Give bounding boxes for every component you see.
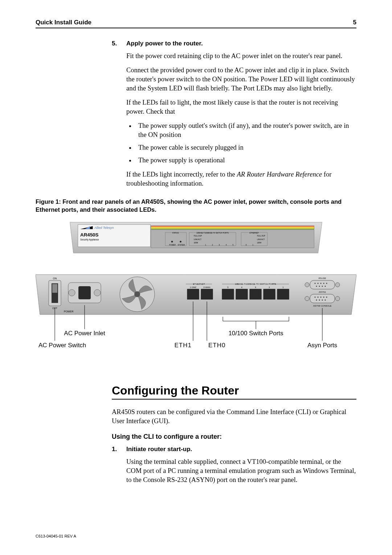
svg-point-48: [316, 300, 317, 301]
status-label: STATUS: [172, 232, 179, 234]
section-title: Configuring the Router: [112, 384, 356, 397]
asyn0-label: ASYN0 CONSOLE: [313, 305, 332, 307]
svg-rect-16: [78, 286, 91, 299]
svg-point-41: [325, 286, 326, 287]
system-label: SYSTEM: [178, 244, 185, 246]
svg-rect-24: [201, 289, 213, 299]
step-1-body: Using the terminal cable supplied, conne…: [112, 457, 356, 485]
footer-docid: C613-04045-01 REV A: [36, 534, 76, 538]
list-item: The power supply outlet's switch (if any…: [135, 121, 356, 139]
power-label: POWER: [169, 244, 176, 246]
svg-point-44: [318, 297, 319, 298]
page-number: 5: [353, 19, 356, 26]
svg-rect-32: [310, 280, 335, 289]
svg-point-8: [180, 241, 181, 243]
callout-asyn-ports: Asyn Ports: [307, 342, 337, 349]
svg-point-43: [315, 297, 316, 298]
eth1-port-label: 1 DMZ: [190, 286, 196, 288]
eth-label: ETHERNET: [193, 283, 205, 285]
figure-1-caption: Figure 1: Front and rear panels of an AR…: [36, 198, 356, 214]
model-label: AR450S: [80, 232, 99, 238]
text: LINK/ACT: [194, 239, 201, 240]
svg-point-35: [320, 283, 322, 284]
svg-rect-28: [236, 289, 248, 299]
reference-title: AR Router Hardware Reference: [237, 171, 322, 178]
text: 5: [233, 244, 234, 246]
svg-point-54: [305, 296, 309, 301]
svg-rect-31: [277, 289, 289, 299]
svg-point-33: [315, 283, 316, 284]
text: FULL DUP: [194, 235, 202, 237]
svg-point-53: [335, 283, 340, 287]
section-rule: [112, 399, 356, 400]
header-title: Quick Install Guide: [36, 19, 91, 26]
step-5-number: 5.: [112, 40, 118, 47]
page-header: Quick Install Guide 5: [36, 19, 356, 28]
step-1-heading: 1. Initiate router start-up.: [112, 446, 356, 453]
front-panel-diagram: Allied Telesyn AR450S Security Appliance…: [36, 219, 356, 259]
callout-eth0: ETH0: [208, 342, 225, 349]
svg-rect-14: [52, 284, 57, 293]
step-5-p2: Connect the provided power cord to the A…: [112, 66, 356, 93]
text: 1: [253, 244, 254, 246]
callout-eth1: ETH1: [175, 342, 192, 349]
svg-point-34: [318, 283, 319, 284]
callout-ac-switch: AC Power Switch: [38, 342, 86, 349]
svg-point-46: [323, 297, 324, 298]
step-1-title: Initiate router start-up.: [126, 446, 192, 453]
text: 3: [219, 244, 220, 246]
callout-switch-ports: 10/100 Switch Ports: [228, 330, 283, 337]
svg-rect-4: [151, 226, 314, 230]
switch-ports-label: 10BASE-T/100BASE-TX SWITCH PORTS: [196, 232, 229, 234]
svg-point-45: [320, 297, 322, 298]
ethernet-label: ETHERNET: [250, 232, 259, 234]
svg-point-47: [326, 297, 327, 298]
cli-subhead: Using the CLI to configure a router:: [112, 433, 356, 441]
svg-point-50: [322, 300, 323, 301]
brand-label: Allied Telesyn: [94, 226, 114, 230]
text: 4: [226, 244, 227, 246]
callout-ac-inlet: AC Power Inlet: [64, 330, 105, 337]
svg-point-20: [134, 291, 140, 297]
text: LINK/ACT: [257, 239, 265, 240]
svg-rect-29: [250, 289, 261, 299]
svg-point-37: [326, 283, 327, 284]
section-configuring: Configuring the Router AR450S routers ca…: [112, 384, 356, 485]
step-5-p3: If the LEDs fail to light, the most like…: [112, 98, 356, 116]
asyn1-label: ASYN1: [319, 291, 326, 293]
rear-panel-diagram: ON OFF POWER ETHERNET 1 DMZ 0 WAN 10BAS: [36, 272, 356, 355]
svg-point-52: [305, 283, 309, 287]
switch-label: 10BASE-T/100BASE-TX SWITCH PORTS: [235, 283, 276, 285]
step-5-heading: 5. Apply power to the router.: [112, 40, 356, 47]
svg-point-49: [319, 300, 320, 301]
text: 2: [212, 244, 213, 246]
list-item: The power supply is operational: [135, 156, 356, 165]
svg-point-40: [322, 286, 323, 287]
model-subtitle: Security Appliance: [80, 238, 99, 241]
step-5-bullets: The power supply outlet's switch (if any…: [112, 121, 356, 165]
svg-rect-27: [222, 289, 234, 299]
step-5-p1: Fit the power cord retaining clip to the…: [112, 52, 356, 61]
text: 100M: [194, 242, 198, 244]
list-item: The power cable is securely plugged in: [135, 143, 356, 152]
config-intro: AR450S routers can be configured via the…: [112, 408, 356, 426]
svg-point-18: [94, 289, 101, 296]
svg-point-36: [323, 283, 324, 284]
svg-rect-30: [264, 289, 275, 299]
rs232-label: RS-232: [319, 277, 326, 279]
text: If the LEDs light incorrectly, refer to …: [126, 171, 237, 178]
content-column: 5. Apply power to the router. Fit the po…: [112, 40, 356, 188]
power-label: POWER: [64, 310, 73, 313]
on-label: ON: [53, 277, 57, 280]
text: 1: [205, 244, 206, 246]
svg-point-39: [319, 286, 320, 287]
text: FULL DUP: [257, 235, 265, 237]
svg-rect-42: [310, 294, 335, 303]
svg-point-7: [171, 241, 173, 243]
svg-point-55: [335, 296, 340, 301]
page: Quick Install Guide 5 5. Apply power to …: [0, 0, 392, 555]
svg-point-51: [325, 300, 326, 301]
eth0-port-label: 0 WAN: [204, 286, 211, 288]
text: 100M: [257, 242, 261, 244]
text: 0: [246, 244, 247, 246]
